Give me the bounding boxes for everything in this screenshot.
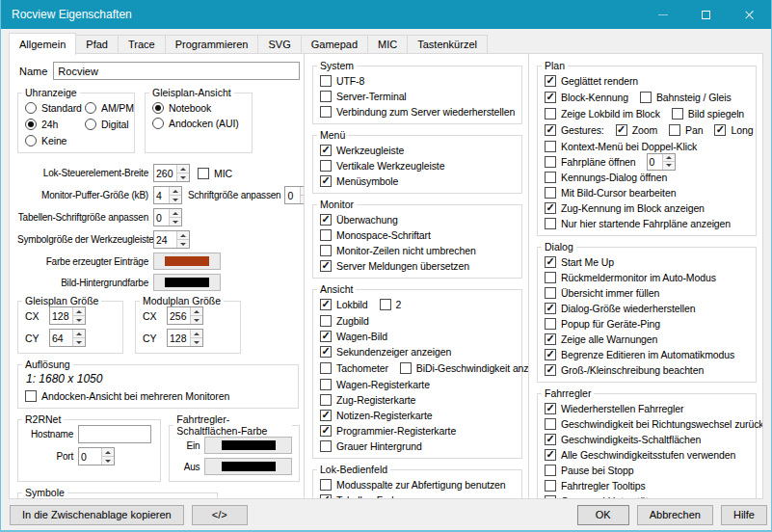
checkbox-begrenze-editieren-im-automatikmodus[interactable]: ✓Begrenze Editieren im Automatikmodus	[545, 347, 749, 361]
modulplan-cy-spinner[interactable]: 128	[167, 329, 203, 347]
spinner-up-icon[interactable]	[177, 231, 189, 239]
radio-keine[interactable]: Keine	[25, 133, 85, 147]
checkbox-server-terminal[interactable]: Server-Terminal	[320, 89, 515, 103]
checkbox-zeige-alle-warnungen[interactable]: ✓Zeige alle Warnungen	[545, 332, 749, 346]
image-bg-color-button[interactable]	[153, 274, 221, 291]
spinner-down-icon[interactable]	[663, 161, 675, 170]
checkbox-fahrpl-ne-ffnen-spinner[interactable]: 0	[647, 153, 676, 171]
spinner-down-icon[interactable]	[191, 337, 202, 346]
monitor-buffer-spinner[interactable]: 4	[153, 186, 182, 204]
spinner-down-icon[interactable]	[170, 195, 181, 203]
hostname-input[interactable]	[78, 425, 151, 443]
checkbox-alle-geschwindigkeitsstufen-verwenden[interactable]: ✓Alle Geschwindigkeitsstufen verwenden	[545, 447, 749, 462]
checkbox-geschwindigkeits-schaltfl-chen[interactable]: ✓Geschwindigkeits-Schaltflächen	[545, 432, 749, 446]
spinner-down-icon[interactable]	[177, 239, 189, 248]
checkbox-lokbild[interactable]: ✓Lokbild	[320, 297, 368, 311]
spinner-up-icon[interactable]	[170, 209, 181, 217]
radio-notebook[interactable]: Notebook	[152, 100, 245, 115]
checkbox-bahnsteig-gleis[interactable]: Bahnsteig / Gleis	[640, 90, 732, 104]
tab-gamepad[interactable]: Gamepad	[301, 35, 368, 54]
checkbox-fahrtregler-tooltips[interactable]: Fahrtregler Tooltips	[545, 478, 749, 492]
checkbox-popup-f-r-ger-te-ping[interactable]: Popup für Geräte-Ping	[545, 316, 749, 331]
checkbox-kennungs-dialog-ffnen[interactable]: Kennungs-Dialog öffnen	[545, 170, 749, 184]
checkbox-sekundenzeiger-anzeigen[interactable]: ✓Sekundenzeiger anzeigen	[320, 344, 515, 359]
checkbox-zoom[interactable]: ✓Zoom	[616, 122, 657, 137]
spinner-down-icon[interactable]	[177, 173, 189, 181]
close-button[interactable]	[728, 0, 771, 29]
copy-clipboard-button[interactable]: In die Zwischenablage kopieren	[10, 505, 184, 525]
checkbox-andocken-ansicht-bei-mehreren-monitoren[interactable]: Andocken-Ansicht bei mehreren Monitoren	[25, 388, 291, 403]
tab-programmieren[interactable]: Programmieren	[165, 35, 259, 54]
toolbar-iconsize-spinner[interactable]: 24	[153, 230, 190, 249]
checkbox-notizen-registerkarte[interactable]: ✓Notizen-Registerkarte	[320, 408, 515, 422]
entry-color-button[interactable]	[153, 253, 221, 270]
checkbox-wagen-bild[interactable]: ✓Wagen-Bild	[320, 329, 515, 343]
tab-trace[interactable]: Trace	[118, 35, 166, 54]
checkbox-monitor-zeilen-nicht-umbrechen[interactable]: Monitor-Zeilen nicht umbrechen	[320, 243, 515, 257]
checkbox-men-symbole[interactable]: ✓Menüsymbole	[320, 173, 515, 188]
checkbox-pause-bei-stopp[interactable]: Pause bei Stopp	[545, 463, 749, 477]
checkbox-monospace-schriftart[interactable]: Monospace-Schriftart	[320, 227, 515, 242]
tab-tastenk-rzel[interactable]: Tastenkürzel	[407, 35, 488, 54]
checkbox-verbindung-zum-server-wiederherstellen[interactable]: Verbindung zum Server wiederherstellen	[320, 104, 515, 119]
checkbox-geschwindigkeit-bei-richtungswechsel-zur-cksetzen[interactable]: Geschwindigkeit bei Richtungswechsel zur…	[545, 416, 749, 431]
checkbox-wiederherstellen-fahrregler[interactable]: ✓Wiederherstellen Fahrregler	[545, 401, 749, 415]
minimize-button[interactable]	[641, 0, 684, 29]
radio-24h[interactable]: 24h	[25, 117, 85, 131]
modulplan-cx-spinner[interactable]: 256	[167, 306, 203, 325]
spinner-up-icon[interactable]	[663, 154, 675, 162]
checkbox-zugbild[interactable]: Zugbild	[320, 313, 515, 328]
checkbox-zug-kennung-im-block-anzeigen[interactable]: ✓Zug-Kennung im Block anzeigen	[545, 200, 749, 215]
checkbox-mic[interactable]: MIC	[198, 166, 232, 180]
checkbox-start-me-up[interactable]: ✓Start Me Up	[545, 254, 749, 269]
help-button[interactable]: Hilfe	[721, 505, 767, 525]
checkbox-programmier-registerkarte[interactable]: ✓Programmier-Registerkarte	[320, 423, 515, 438]
checkbox-block-kennung[interactable]: ✓Block-Kennung	[545, 90, 628, 104]
port-spinner[interactable]: 0	[78, 447, 115, 466]
ok-button[interactable]: OK	[577, 505, 629, 525]
checkbox-2[interactable]: 2	[380, 297, 402, 311]
checkbox-grauer-hintergrund[interactable]: Grauer Hintergrund	[320, 439, 515, 453]
checkbox-tabellen-farbe[interactable]: ✓Tabellen-Farbe	[320, 492, 515, 498]
maximize-button[interactable]	[684, 0, 728, 29]
spinner-up-icon[interactable]	[191, 330, 202, 337]
name-input[interactable]: Rocview	[53, 62, 300, 80]
spinner-down-icon[interactable]	[73, 337, 85, 346]
checkbox-zug-registerkarte[interactable]: Zug-Registerkarte	[320, 392, 515, 407]
checkbox-bild-spiegeln[interactable]: Bild spiegeln	[672, 106, 744, 120]
radio-andocken-aui[interactable]: Andocken (AUI)	[152, 116, 245, 130]
loc-width-spinner[interactable]: 260	[153, 164, 190, 182]
checkbox-wagen-registerkarte[interactable]: Wagen-Registerkarte	[320, 377, 515, 391]
checkbox-berwachung[interactable]: ✓Überwachung	[320, 212, 515, 226]
checkbox-utf-8[interactable]: UTF-8	[320, 73, 515, 88]
radio-standard[interactable]: Standard	[25, 100, 85, 115]
checkbox-fahrpl-ne-ffnen[interactable]: Fahrpläne öffnen0	[545, 154, 749, 169]
checkbox-werkzeugleiste[interactable]: ✓Werkzeugleiste	[320, 143, 515, 157]
checkbox-gegl-ttet-rendern[interactable]: ✓Geglättet rendern	[545, 73, 749, 88]
checkbox-bersicht-immer-f-llen[interactable]: Übersicht immer füllen	[545, 285, 749, 300]
checkbox-long[interactable]: ✓Long	[714, 122, 753, 137]
checkbox-r-ckmeldermonitor-im-auto-modus[interactable]: Rückmeldermonitor im Auto-Modus	[545, 270, 749, 284]
checkbox-gro-kleinschreibung-beachten[interactable]: ✓Groß-/Kleinschreibung beachten	[545, 362, 749, 377]
checkbox-server-meldungen-bersetzen[interactable]: ✓Server Meldungen übersetzen	[320, 258, 515, 273]
checkbox-nur-hier-startende-fahrpl-ne-anzeigen[interactable]: Nur hier startende Fahrpläne anzeigen	[545, 216, 749, 230]
fontsize-adjust-spinner[interactable]: 0	[284, 186, 305, 204]
checkbox-mit-bild-cursor-bearbeiten[interactable]: Mit Bild-Cursor bearbeiten	[545, 185, 749, 200]
spinner-down-icon[interactable]	[191, 315, 202, 324]
spinner-down-icon[interactable]	[102, 456, 114, 465]
gleisplan-cy-spinner[interactable]: 64	[49, 329, 86, 347]
table-fontsize-spinner[interactable]: 0	[153, 208, 182, 226]
tab-mic[interactable]: MIC	[367, 35, 408, 54]
spinner-up-icon[interactable]	[102, 448, 114, 456]
checkbox-tachometer[interactable]: Tachometer	[320, 360, 388, 375]
spinner-down-icon[interactable]	[73, 315, 85, 324]
spinner-up-icon[interactable]	[177, 165, 189, 173]
cancel-button[interactable]: Abbrechen	[637, 505, 713, 525]
checkbox-gestures[interactable]: ✓Gestures:	[545, 122, 604, 137]
tab-allgemein[interactable]: Allgemein	[9, 33, 76, 55]
gleisplan-cx-spinner[interactable]: 128	[49, 306, 86, 325]
spinner-down-icon[interactable]	[170, 217, 181, 226]
checkbox-bidi-geschwindigkeit-anzeigen[interactable]: BiDi-Geschwindigkeit anzeigen	[400, 360, 529, 375]
checkbox-zeige-lokbild-im-block[interactable]: Zeige Lokbild im Block	[545, 106, 660, 120]
throttle-off-color-button[interactable]	[204, 458, 292, 475]
